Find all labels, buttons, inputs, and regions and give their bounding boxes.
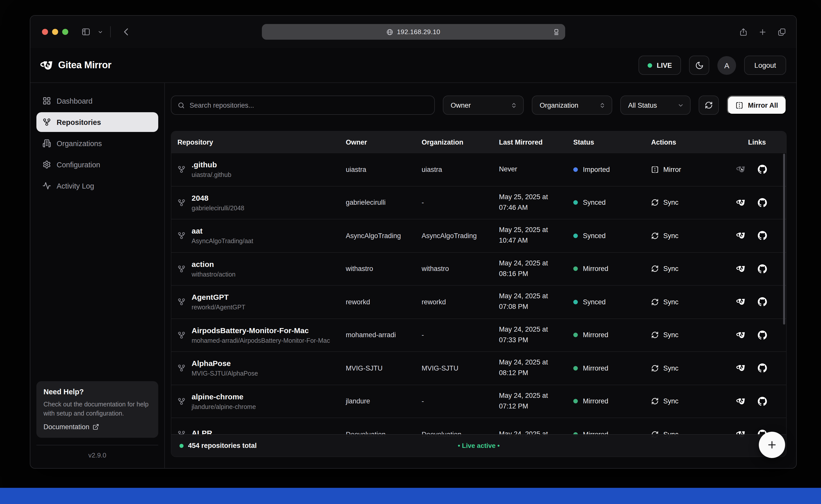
close-window-button[interactable]	[42, 29, 48, 35]
documentation-link[interactable]: Documentation	[43, 423, 151, 431]
theme-toggle-button[interactable]	[689, 56, 709, 75]
search-input[interactable]	[190, 101, 428, 109]
page-settings-icon[interactable]	[552, 28, 560, 36]
minimize-window-button[interactable]	[52, 29, 58, 35]
gitea-link-button[interactable]	[736, 364, 746, 373]
external-link-icon	[93, 424, 99, 430]
sidebar-item-repositories[interactable]: Repositories	[36, 112, 158, 132]
github-link-button[interactable]	[758, 364, 767, 373]
repo-name[interactable]: alpine-chrome	[192, 392, 256, 401]
table-row[interactable]: .github uiastra/.github uiastra uiastra …	[171, 153, 786, 186]
chevron-down-icon	[678, 102, 684, 108]
column-header-repository[interactable]: Repository	[171, 138, 346, 146]
avatar[interactable]: A	[717, 56, 736, 75]
sidebar-item-organizations[interactable]: Organizations	[36, 133, 158, 153]
total-dot	[179, 444, 184, 448]
organization-filter-select[interactable]: Organization	[532, 96, 612, 115]
zoom-window-button[interactable]	[62, 29, 68, 35]
repo-name[interactable]: AgentGPT	[192, 293, 245, 302]
new-tab-icon[interactable]	[758, 28, 767, 36]
gitea-link-button[interactable]	[736, 264, 746, 273]
gitea-link-button[interactable]	[736, 231, 746, 240]
row-action-button[interactable]: Sync	[651, 331, 678, 339]
column-header-status[interactable]: Status	[573, 138, 651, 146]
status-filter-select[interactable]: All Status	[621, 96, 691, 115]
table-row[interactable]: AlphaPose MVIG-SJTU/AlphaPose MVIG-SJTU …	[171, 351, 786, 384]
gitea-link-button[interactable]	[736, 165, 746, 174]
repo-name[interactable]: aat	[192, 226, 253, 235]
logout-button[interactable]: Logout	[744, 56, 786, 75]
live-status-badge[interactable]: LIVE	[638, 56, 681, 75]
table-row[interactable]: aat AsyncAlgoTrading/aat AsyncAlgoTradin…	[171, 219, 786, 252]
chevron-up-down-icon	[511, 102, 517, 108]
column-header-last-mirrored[interactable]: Last Mirrored	[499, 138, 573, 146]
repo-last-mirrored: May 24, 2025 at 08:12 PM	[499, 358, 573, 379]
git-fork-icon	[177, 298, 186, 306]
sync-icon	[651, 364, 659, 372]
row-action-button[interactable]: Sync	[651, 298, 678, 306]
repo-name[interactable]: AirpodsBattery-Monitor-For-Mac	[192, 326, 330, 335]
app-brand[interactable]: Gitea Mirror	[40, 59, 111, 72]
gitea-link-button[interactable]	[736, 198, 746, 207]
table-scrollbar-thumb[interactable]	[783, 154, 785, 325]
address-bar[interactable]: 192.168.29.10	[262, 24, 565, 40]
repo-name[interactable]: 2048	[192, 193, 244, 202]
table-footer: 454 repositories total • Live active •	[171, 434, 786, 456]
table-row[interactable]: AirpodsBattery-Monitor-For-Mac mohamed-a…	[171, 318, 786, 351]
app-version: v2.9.0	[36, 445, 158, 459]
gitea-link-button[interactable]	[736, 331, 746, 340]
gitea-link-button[interactable]	[736, 397, 746, 406]
refresh-button[interactable]	[699, 96, 719, 115]
row-action-button[interactable]: Sync	[651, 265, 678, 273]
search-box[interactable]	[171, 96, 435, 115]
owner-filter-select[interactable]: Owner	[443, 96, 524, 115]
sidebar-item-activity-log[interactable]: Activity Log	[36, 176, 158, 196]
github-link-button[interactable]	[758, 331, 767, 340]
column-header-organization[interactable]: Organization	[422, 138, 499, 146]
github-link-button[interactable]	[758, 264, 767, 273]
repo-path: uiastra/.github	[192, 172, 231, 179]
chevron-down-icon[interactable]	[98, 29, 103, 35]
row-action-button[interactable]: Sync	[651, 364, 678, 372]
share-icon[interactable]	[739, 28, 748, 36]
column-header-links[interactable]: Links	[729, 138, 786, 146]
github-link-button[interactable]	[758, 198, 767, 207]
status-dot	[573, 167, 578, 172]
gitea-link-button[interactable]	[736, 297, 746, 307]
table-row[interactable]: 2048 gabrielecirulli/2048 gabrielecirull…	[171, 186, 786, 219]
github-link-button[interactable]	[758, 231, 767, 240]
back-button-icon[interactable]	[122, 27, 131, 36]
github-icon	[758, 364, 767, 373]
column-header-actions[interactable]: Actions	[651, 138, 729, 146]
tab-overview-icon[interactable]	[778, 28, 786, 36]
row-action-button[interactable]: Sync	[651, 398, 678, 405]
row-action-button[interactable]: Sync	[651, 232, 678, 240]
table-row[interactable]: action withastro/action withastro withas…	[171, 252, 786, 285]
status-label: Imported	[583, 166, 610, 173]
status-label: Synced	[583, 232, 606, 240]
table-row[interactable]: alpine-chrome jlandure/alpine-chrome jla…	[171, 384, 786, 418]
repo-name[interactable]: .github	[192, 160, 231, 169]
mirror-all-button[interactable]: Mirror All	[727, 96, 787, 115]
app-title: Gitea Mirror	[58, 60, 111, 71]
row-action-button[interactable]: Mirror	[651, 166, 681, 173]
github-link-button[interactable]	[758, 297, 767, 307]
github-icon	[758, 165, 767, 174]
refresh-icon	[705, 101, 713, 109]
repo-owner: mohamed-arradi	[346, 331, 422, 339]
github-link-button[interactable]	[758, 397, 767, 406]
repo-last-mirrored: Never	[499, 164, 573, 175]
repo-name[interactable]: AlphaPose	[192, 359, 258, 368]
github-link-button[interactable]	[758, 165, 767, 174]
column-header-owner[interactable]: Owner	[346, 138, 422, 146]
table-row[interactable]: AgentGPT reworkd/AgentGPT reworkd rework…	[171, 285, 786, 318]
repo-name[interactable]: action	[192, 260, 236, 268]
action-label: Sync	[663, 331, 678, 339]
sidebar-toggle-icon[interactable]	[81, 27, 90, 36]
help-body: Check out the documentation for help wit…	[43, 400, 151, 418]
add-repository-button[interactable]	[759, 432, 785, 458]
sidebar-item-dashboard[interactable]: Dashboard	[36, 91, 158, 111]
row-action-button[interactable]: Sync	[651, 199, 678, 207]
sidebar-item-configuration[interactable]: Configuration	[36, 155, 158, 174]
repositories-total: 454 repositories total	[188, 442, 257, 449]
